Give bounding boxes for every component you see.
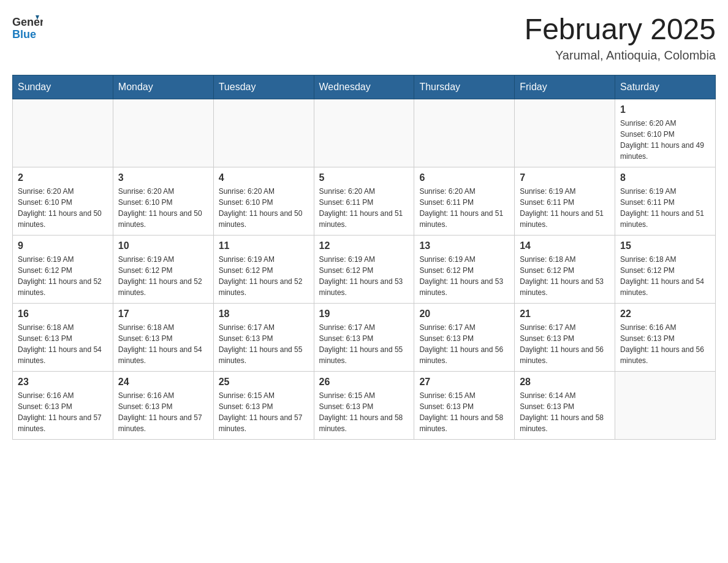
day-cell-w2-d3: 4Sunrise: 6:20 AMSunset: 6:10 PMDaylight… <box>213 167 314 236</box>
calendar-body: 1Sunrise: 6:20 AMSunset: 6:10 PMDaylight… <box>13 99 716 440</box>
sunrise-text: Sunrise: 6:16 AM <box>18 390 108 401</box>
week-row-5: 23Sunrise: 6:16 AMSunset: 6:13 PMDayligh… <box>13 372 716 440</box>
day-number: 6 <box>419 172 509 183</box>
day-number: 8 <box>620 172 710 183</box>
day-number: 3 <box>118 172 208 183</box>
day-info: Sunrise: 6:18 AMSunset: 6:12 PMDaylight:… <box>620 254 710 298</box>
daylight-text: Daylight: 11 hours and 55 minutes. <box>219 344 309 366</box>
day-number: 4 <box>219 172 309 183</box>
sunset-text: Sunset: 6:10 PM <box>118 197 208 208</box>
sunrise-text: Sunrise: 6:17 AM <box>520 322 610 333</box>
day-cell-w1-d7: 1Sunrise: 6:20 AMSunset: 6:10 PMDaylight… <box>615 99 716 167</box>
daylight-text: Daylight: 11 hours and 58 minutes. <box>319 412 409 434</box>
daylight-text: Daylight: 11 hours and 52 minutes. <box>219 276 309 298</box>
day-number: 25 <box>219 377 309 388</box>
day-cell-w3-d6: 14Sunrise: 6:18 AMSunset: 6:12 PMDayligh… <box>515 236 615 304</box>
day-cell-w2-d5: 6Sunrise: 6:20 AMSunset: 6:11 PMDaylight… <box>414 167 515 236</box>
calendar-header-row: Sunday Monday Tuesday Wednesday Thursday… <box>13 75 716 99</box>
sunset-text: Sunset: 6:10 PM <box>219 197 309 208</box>
daylight-text: Daylight: 11 hours and 57 minutes. <box>18 412 108 434</box>
day-cell-w2-d6: 7Sunrise: 6:19 AMSunset: 6:11 PMDaylight… <box>515 167 615 236</box>
day-info: Sunrise: 6:15 AMSunset: 6:13 PMDaylight:… <box>319 390 409 434</box>
daylight-text: Daylight: 11 hours and 58 minutes. <box>520 412 610 434</box>
day-cell-w3-d1: 9Sunrise: 6:19 AMSunset: 6:12 PMDaylight… <box>13 236 113 304</box>
logo-icon: General Blue <box>12 12 43 43</box>
day-number: 22 <box>620 308 710 320</box>
day-number: 14 <box>520 240 610 251</box>
day-info: Sunrise: 6:20 AMSunset: 6:11 PMDaylight:… <box>319 186 409 230</box>
daylight-text: Daylight: 11 hours and 55 minutes. <box>319 344 409 366</box>
day-cell-w4-d4: 19Sunrise: 6:17 AMSunset: 6:13 PMDayligh… <box>314 304 414 372</box>
day-info: Sunrise: 6:19 AMSunset: 6:12 PMDaylight:… <box>419 254 509 298</box>
day-info: Sunrise: 6:20 AMSunset: 6:10 PMDaylight:… <box>118 186 208 230</box>
day-info: Sunrise: 6:17 AMSunset: 6:13 PMDaylight:… <box>319 322 409 366</box>
sunset-text: Sunset: 6:13 PM <box>18 333 108 344</box>
daylight-text: Daylight: 11 hours and 51 minutes. <box>620 208 710 230</box>
day-info: Sunrise: 6:19 AMSunset: 6:12 PMDaylight:… <box>219 254 309 298</box>
day-info: Sunrise: 6:16 AMSunset: 6:13 PMDaylight:… <box>18 390 108 434</box>
col-monday: Monday <box>113 75 213 99</box>
day-cell-w3-d4: 12Sunrise: 6:19 AMSunset: 6:12 PMDayligh… <box>314 236 414 304</box>
sunrise-text: Sunrise: 6:18 AM <box>620 254 710 265</box>
sunrise-text: Sunrise: 6:15 AM <box>219 390 309 401</box>
day-cell-w4-d7: 22Sunrise: 6:16 AMSunset: 6:13 PMDayligh… <box>615 304 716 372</box>
day-cell-w4-d1: 16Sunrise: 6:18 AMSunset: 6:13 PMDayligh… <box>13 304 113 372</box>
day-cell-w5-d2: 24Sunrise: 6:16 AMSunset: 6:13 PMDayligh… <box>113 372 213 440</box>
week-row-1: 1Sunrise: 6:20 AMSunset: 6:10 PMDaylight… <box>13 99 716 167</box>
sunrise-text: Sunrise: 6:19 AM <box>118 254 208 265</box>
sunrise-text: Sunrise: 6:19 AM <box>219 254 309 265</box>
day-cell-w1-d6 <box>515 99 615 167</box>
svg-text:General: General <box>12 16 43 28</box>
daylight-text: Daylight: 11 hours and 54 minutes. <box>118 344 208 366</box>
day-cell-w2-d4: 5Sunrise: 6:20 AMSunset: 6:11 PMDaylight… <box>314 167 414 236</box>
day-info: Sunrise: 6:19 AMSunset: 6:12 PMDaylight:… <box>319 254 409 298</box>
daylight-text: Daylight: 11 hours and 54 minutes. <box>18 344 108 366</box>
day-cell-w1-d5 <box>414 99 515 167</box>
daylight-text: Daylight: 11 hours and 52 minutes. <box>18 276 108 298</box>
sunrise-text: Sunrise: 6:20 AM <box>319 186 409 197</box>
sunrise-text: Sunrise: 6:19 AM <box>18 254 108 265</box>
day-number: 17 <box>118 308 208 320</box>
sunrise-text: Sunrise: 6:16 AM <box>620 322 710 333</box>
day-number: 11 <box>219 240 309 251</box>
day-cell-w5-d3: 25Sunrise: 6:15 AMSunset: 6:13 PMDayligh… <box>213 372 314 440</box>
day-cell-w3-d7: 15Sunrise: 6:18 AMSunset: 6:12 PMDayligh… <box>615 236 716 304</box>
day-cell-w1-d4 <box>314 99 414 167</box>
title-section: February 2025 Yarumal, Antioquia, Colomb… <box>525 12 716 63</box>
day-number: 1 <box>620 104 710 115</box>
day-info: Sunrise: 6:15 AMSunset: 6:13 PMDaylight:… <box>219 390 309 434</box>
day-number: 26 <box>319 377 409 388</box>
week-row-2: 2Sunrise: 6:20 AMSunset: 6:10 PMDaylight… <box>13 167 716 236</box>
day-cell-w1-d2 <box>113 99 213 167</box>
daylight-text: Daylight: 11 hours and 56 minutes. <box>520 344 610 366</box>
sunrise-text: Sunrise: 6:20 AM <box>118 186 208 197</box>
sunset-text: Sunset: 6:13 PM <box>319 401 409 412</box>
sunrise-text: Sunrise: 6:19 AM <box>620 186 710 197</box>
day-number: 10 <box>118 240 208 251</box>
day-info: Sunrise: 6:18 AMSunset: 6:13 PMDaylight:… <box>18 322 108 366</box>
day-cell-w4-d3: 18Sunrise: 6:17 AMSunset: 6:13 PMDayligh… <box>213 304 314 372</box>
week-row-4: 16Sunrise: 6:18 AMSunset: 6:13 PMDayligh… <box>13 304 716 372</box>
day-info: Sunrise: 6:19 AMSunset: 6:12 PMDaylight:… <box>18 254 108 298</box>
sunset-text: Sunset: 6:12 PM <box>319 265 409 276</box>
daylight-text: Daylight: 11 hours and 52 minutes. <box>118 276 208 298</box>
day-info: Sunrise: 6:20 AMSunset: 6:10 PMDaylight:… <box>620 118 710 162</box>
daylight-text: Daylight: 11 hours and 50 minutes. <box>118 208 208 230</box>
day-number: 2 <box>18 172 108 183</box>
day-cell-w4-d6: 21Sunrise: 6:17 AMSunset: 6:13 PMDayligh… <box>515 304 615 372</box>
sunrise-text: Sunrise: 6:18 AM <box>520 254 610 265</box>
day-info: Sunrise: 6:20 AMSunset: 6:10 PMDaylight:… <box>18 186 108 230</box>
sunset-text: Sunset: 6:13 PM <box>319 333 409 344</box>
sunset-text: Sunset: 6:11 PM <box>419 197 509 208</box>
day-cell-w1-d1 <box>13 99 113 167</box>
day-info: Sunrise: 6:17 AMSunset: 6:13 PMDaylight:… <box>520 322 610 366</box>
sunset-text: Sunset: 6:13 PM <box>520 333 610 344</box>
sunset-text: Sunset: 6:13 PM <box>219 333 309 344</box>
day-number: 12 <box>319 240 409 251</box>
sunset-text: Sunset: 6:13 PM <box>419 333 509 344</box>
day-number: 23 <box>18 377 108 388</box>
day-number: 5 <box>319 172 409 183</box>
sunset-text: Sunset: 6:10 PM <box>18 197 108 208</box>
daylight-text: Daylight: 11 hours and 49 minutes. <box>620 140 710 162</box>
sunrise-text: Sunrise: 6:20 AM <box>419 186 509 197</box>
